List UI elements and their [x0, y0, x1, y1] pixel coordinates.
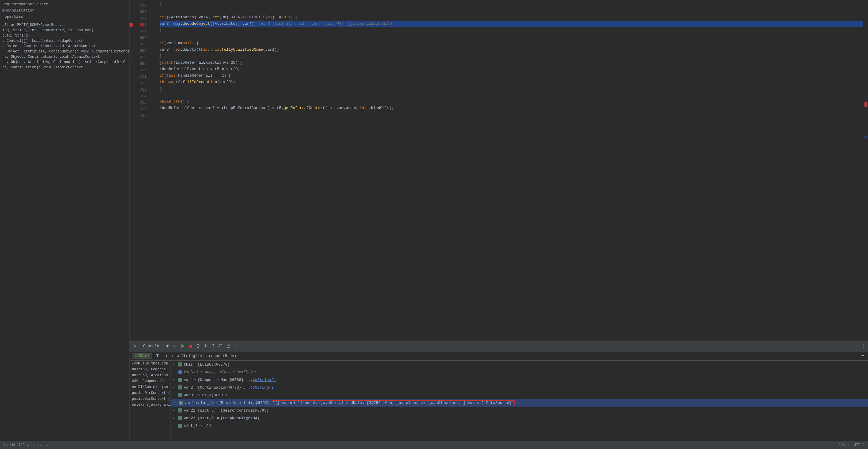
- field-icon: f: [178, 362, 183, 367]
- bottom-toolbar: ✕ Console ▾: [129, 341, 868, 352]
- filter-button[interactable]: [164, 343, 170, 350]
- expand-arrow[interactable]: ▸: [173, 363, 178, 366]
- panel-settings-button[interactable]: ⋮: [861, 343, 866, 349]
- var2-tostring-link[interactable]: toString(): [250, 385, 273, 390]
- sidebar-method-8[interactable]: ne, Continuation): void ↑AtomicContext: [0, 65, 129, 70]
- var-row-var23[interactable]: ▸ f var23 (slot_6) = {LdapResult@6794}: [171, 414, 868, 422]
- debug-controls: ▾: [164, 343, 239, 350]
- code-line-700: LdapReferralException var5 = var20;: [160, 66, 863, 72]
- variables-panel: ▸ f this = {LdapCtx@6770} i Variables de…: [171, 361, 868, 441]
- call-stack-0[interactable]: (com.sun.jndi.lda...: [129, 361, 170, 366]
- step-out-button[interactable]: [210, 343, 216, 350]
- scrollbar-gutter: [863, 0, 868, 340]
- field-icon-var4: f: [179, 400, 183, 405]
- rerun-button[interactable]: [218, 343, 224, 350]
- expand-arrow-var22[interactable]: ▸: [173, 409, 178, 412]
- code-line-695: [160, 34, 863, 40]
- ide-tab-label: in the IDE with ...: [3, 443, 44, 447]
- code-line-706: LdapReferralContext var6 = (LdapReferral…: [160, 105, 863, 111]
- code-line-692: if ((( Attributes ) var4). get ( Obj . J…: [160, 14, 863, 21]
- expression-dropdown-button[interactable]: ▾: [163, 353, 169, 359]
- var-row-slot7[interactable]: f slot_7 = null: [171, 422, 868, 429]
- call-stack-3[interactable]: 439, ComponentC...: [129, 378, 170, 384]
- run-button[interactable]: [179, 343, 186, 350]
- sidebar-method-1[interactable]: ing, String, int, Hashtable<?, ?>, boole…: [0, 28, 129, 33]
- code-line-705: while ( true ) {: [160, 98, 863, 105]
- svg-point-5: [227, 345, 230, 348]
- expand-arrow-var4[interactable]: ▸: [174, 401, 179, 405]
- expression-filter-button[interactable]: [154, 353, 161, 359]
- code-line-703: }: [160, 85, 863, 92]
- call-stack-1[interactable]: nns:168, Compone...: [129, 366, 170, 372]
- field-icon-var3: f: [178, 393, 183, 397]
- dropdown-button[interactable]: ▾: [172, 343, 178, 350]
- main-area: RequestWrapperFilter mnoApplication rope…: [0, 0, 868, 441]
- sidebar-method-4[interactable]: , Object, Continuation): void ↑AtomicCon…: [0, 43, 129, 49]
- sidebar-item-1[interactable]: mnoApplication: [0, 7, 129, 13]
- svg-rect-1: [189, 345, 192, 348]
- sidebar-divider: [0, 21, 129, 21]
- code-line-696: if (var3 == null ) {: [160, 40, 863, 47]
- call-stack: (com.sun.jndi.lda... nns:168, Compone...…: [129, 361, 171, 441]
- sidebar-method-2[interactable]: pCtx, String): [0, 33, 129, 38]
- code-line-690: }: [160, 1, 863, 8]
- var-row-var1[interactable]: ▸ f var1 = {CompositeName@6788} ... toSt…: [171, 376, 868, 384]
- sidebar-item-0[interactable]: RequestWrapperFilter: [0, 1, 129, 7]
- code-line-707: [160, 111, 863, 118]
- stop-button[interactable]: [187, 343, 193, 350]
- code-line-697: var3 = new LdapCtx( this , this . fullyQ…: [160, 47, 863, 53]
- call-stack-6[interactable]: positeDirContext (...: [129, 396, 170, 402]
- encoding-label: UTF-8: [854, 443, 865, 447]
- sidebar-method-3[interactable]: , Control[]): LdapContext ↑LdapContext: [0, 38, 129, 43]
- var-row-var4[interactable]: ▸ f var4 (slot_4) = {BasicAttributes@679…: [171, 399, 868, 407]
- step-into-button[interactable]: [202, 343, 209, 350]
- status-bar: in the IDE with ... ✕ 393:1 UTF-8: [0, 441, 868, 449]
- sidebar-method-5[interactable]: , Object, Attributes, Continuation): voi…: [0, 49, 129, 54]
- var1-tostring-link[interactable]: toString(): [253, 378, 276, 382]
- sidebar-item-2[interactable]: roperties: [0, 13, 129, 20]
- add-expression-button[interactable]: +: [860, 353, 866, 359]
- code-line-704: [160, 92, 863, 98]
- close-button[interactable]: ✕: [132, 343, 138, 350]
- var-row-var22[interactable]: ▸ f var22 (slot_5) = {SearchControls@679…: [171, 407, 868, 414]
- expression-input[interactable]: [172, 354, 858, 358]
- bottom-panel: ✕ Console ▾: [129, 340, 868, 441]
- sidebar-method-7[interactable]: ne, Object, Attributes, Continuation): v…: [0, 60, 129, 65]
- info-icon: i: [178, 370, 183, 375]
- debug-vars: (com.sun.jndi.lda... nns:168, Compone...…: [129, 361, 868, 441]
- ide-tab[interactable]: in the IDE with ... ✕: [3, 443, 48, 447]
- field-icon-var1: f: [178, 378, 183, 382]
- status-right: 393:1 UTF-8: [839, 443, 865, 447]
- expand-arrow-var23[interactable]: ▸: [173, 416, 178, 420]
- call-stack-5[interactable]: positeDirContext (...: [129, 390, 170, 396]
- sidebar-method-0[interactable]: alizer EMPTY_SCHEMA.setRead...: [0, 22, 129, 28]
- field-icon-var23: f: [178, 416, 183, 420]
- mute-button[interactable]: [225, 343, 232, 350]
- sidebar-method-6[interactable]: ne, Object, Continuation): void ↑AtomicC…: [0, 54, 129, 60]
- more-button[interactable]: ⋯: [233, 343, 239, 350]
- expand-arrow-var2[interactable]: ▸: [173, 386, 178, 389]
- code-line-693: var3 = Obj. decodeObject (( Attributes )…: [160, 21, 863, 27]
- code-line-699: } catch ( LdapReferralException var20) {: [160, 60, 863, 66]
- fold-gutter: [150, 0, 155, 340]
- call-stack-7[interactable]: ontext (javax.namin...: [129, 402, 170, 408]
- code-container: 690 691 692 693 694 695 696 697 698 699 …: [129, 0, 868, 340]
- call-stack-4[interactable]: entDirContext (co...: [129, 384, 170, 390]
- var-row-var3[interactable]: f var3 (slot_3) = null: [171, 391, 868, 399]
- code-line-698: }: [160, 53, 863, 60]
- info-text: Variables debug info not available: [184, 369, 256, 375]
- step-over-button[interactable]: [195, 343, 201, 350]
- console-tab[interactable]: Console: [141, 343, 162, 349]
- var-row-info: i Variables debug info not available: [171, 368, 868, 376]
- code-line-694: }: [160, 27, 863, 34]
- editor-area: 690 691 692 693 694 695 696 697 698 699 …: [129, 0, 868, 441]
- var-row-var2[interactable]: ▸ f var2 = {Continuation@6773} ... toStr…: [171, 384, 868, 391]
- ide-tab-close[interactable]: ✕: [45, 443, 48, 447]
- call-stack-2[interactable]: nns:359, AtomicCo...: [129, 372, 170, 378]
- code-content[interactable]: } if ((( Attributes ) var4). get ( Obj .: [155, 0, 863, 340]
- expand-arrow-var1[interactable]: ▸: [173, 378, 178, 382]
- var-row-this[interactable]: ▸ f this = {LdapCtx@6770}: [171, 361, 868, 368]
- field-icon-var22: f: [178, 408, 183, 413]
- field-icon-var2: f: [178, 385, 183, 390]
- sidebar: RequestWrapperFilter mnoApplication rope…: [0, 0, 129, 441]
